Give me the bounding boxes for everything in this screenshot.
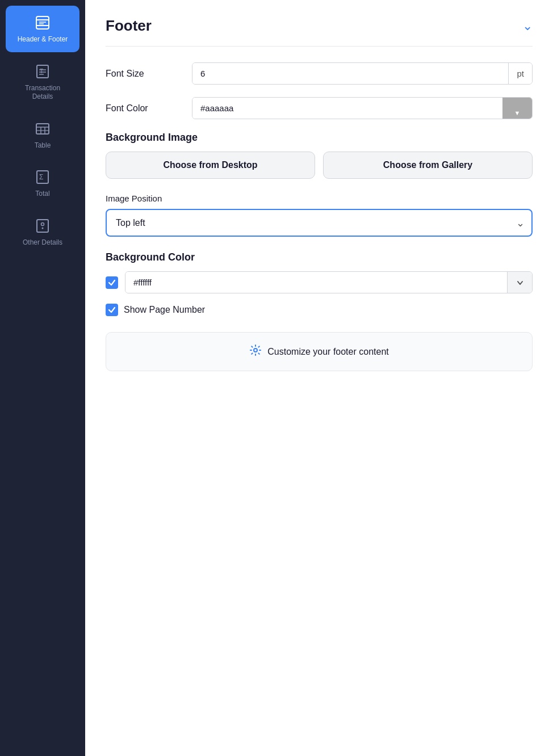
svg-text:T: T <box>40 68 43 74</box>
image-position-label: Image Position <box>106 194 533 203</box>
svg-rect-10 <box>36 124 49 134</box>
show-page-number-checkbox[interactable] <box>106 304 118 316</box>
checkmark-icon <box>108 279 116 287</box>
font-size-unit: pt <box>508 63 532 84</box>
show-page-number-label: Show Page Number <box>124 305 205 315</box>
color-swatch-dropdown-icon: ▼ <box>514 110 521 116</box>
choose-gallery-button[interactable]: Choose from Gallery <box>323 152 533 179</box>
header-divider <box>106 46 533 47</box>
sidebar-item-table[interactable]: Table <box>6 112 79 158</box>
choose-desktop-button[interactable]: Choose from Desktop <box>106 152 315 179</box>
sidebar-item-label-transaction: TransactionDetails <box>25 84 60 102</box>
table-icon <box>33 120 52 138</box>
sidebar-item-label-header-footer: Header & Footer <box>18 35 68 44</box>
sidebar-item-label-table: Table <box>35 141 51 150</box>
image-position-select-wrap: Top left Top center Top right Center lef… <box>106 209 533 237</box>
sidebar-item-transaction-details[interactable]: T TransactionDetails <box>6 54 79 110</box>
bg-color-checkbox[interactable] <box>106 276 118 289</box>
total-icon: Σ <box>33 168 52 186</box>
customize-footer-button[interactable]: Customize your footer content <box>106 332 533 371</box>
font-color-row: Font Color ▼ <box>106 97 533 119</box>
bg-color-swatch[interactable] <box>507 272 532 293</box>
transaction-details-icon: T <box>33 62 52 81</box>
svg-point-18 <box>41 222 44 225</box>
header-footer-icon <box>33 14 52 32</box>
bg-color-title: Background Color <box>106 251 533 263</box>
sidebar-item-label-total: Total <box>35 190 49 199</box>
gear-icon <box>249 344 262 359</box>
bg-color-row <box>106 271 533 293</box>
customize-footer-label: Customize your footer content <box>267 347 388 357</box>
svg-point-20 <box>254 348 257 352</box>
sidebar: Header & Footer T TransactionDetails <box>0 0 85 756</box>
font-color-input-group: ▼ <box>192 97 533 119</box>
sidebar-item-total[interactable]: Σ Total <box>6 160 79 207</box>
font-color-swatch[interactable]: ▼ <box>502 98 532 119</box>
sidebar-item-label-other-details: Other Details <box>23 238 62 247</box>
dropdown-arrow-icon <box>516 279 524 287</box>
svg-point-19 <box>42 227 44 229</box>
bg-color-input-group <box>125 271 533 293</box>
svg-rect-0 <box>36 16 49 29</box>
font-color-input[interactable] <box>192 98 502 119</box>
font-size-input-group: pt <box>192 62 533 85</box>
page-title: Footer <box>106 17 152 35</box>
bg-image-buttons-row: Choose from Desktop Choose from Gallery <box>106 152 533 179</box>
font-size-input[interactable] <box>192 63 508 84</box>
bg-image-title: Background Image <box>106 132 533 144</box>
section-header: Footer ⌄ <box>106 17 533 35</box>
sidebar-item-other-details[interactable]: Other Details <box>6 209 79 255</box>
main-content: Footer ⌄ Font Size pt Font Color ▼ Backg… <box>85 0 553 756</box>
show-page-number-row: Show Page Number <box>106 304 533 316</box>
show-page-checkmark-icon <box>108 306 116 314</box>
font-size-row: Font Size pt <box>106 62 533 85</box>
font-size-label: Font Size <box>106 69 185 79</box>
font-color-label: Font Color <box>106 103 185 114</box>
sidebar-item-header-footer[interactable]: Header & Footer <box>6 6 79 52</box>
collapse-chevron-icon[interactable]: ⌄ <box>522 19 533 33</box>
other-details-icon <box>33 217 52 235</box>
bg-color-input[interactable] <box>125 272 507 293</box>
image-position-select[interactable]: Top left Top center Top right Center lef… <box>106 209 533 237</box>
svg-text:Σ: Σ <box>39 173 43 181</box>
